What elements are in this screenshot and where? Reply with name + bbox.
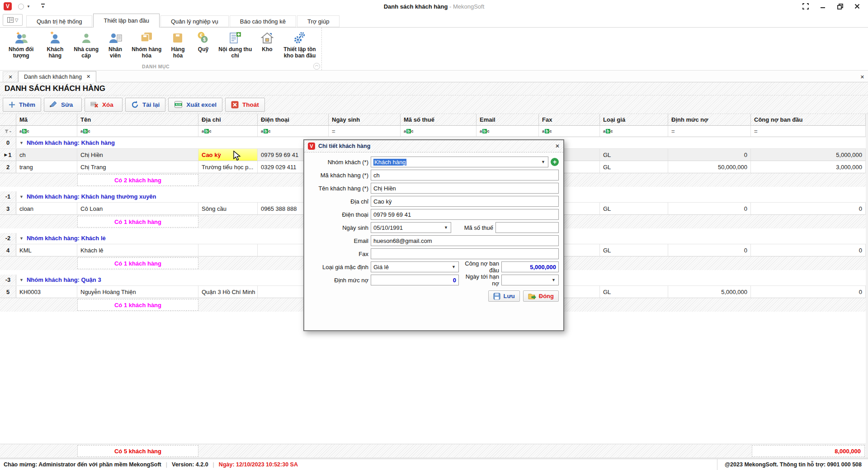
cell-loai-gia[interactable]: GL — [600, 286, 668, 298]
column-header-loai-gia[interactable]: Loại giá — [600, 114, 668, 126]
ribbon-item-kho[interactable]: Kho — [255, 29, 280, 54]
column-header-ten[interactable]: Tên — [77, 114, 198, 126]
column-header-cong-no[interactable]: Công nợ ban đầu — [751, 114, 866, 126]
restore-icon[interactable] — [836, 3, 844, 10]
email-input[interactable] — [371, 235, 559, 246]
cell-cong-no[interactable]: 3,000,000 — [751, 161, 866, 173]
cell-ma[interactable]: KML — [16, 244, 77, 256]
cell-loai-gia[interactable]: GL — [600, 244, 668, 256]
minimize-icon[interactable] — [819, 3, 826, 10]
ribbon-collapse-button[interactable]: ◠ — [313, 63, 320, 70]
filter-cell-cong-no[interactable]: = — [751, 126, 866, 137]
cell-cong-no[interactable]: 5,000,000 — [751, 149, 866, 161]
column-header-ma[interactable]: Mã — [16, 114, 77, 126]
ribbon-tab-quan-ly-nghiep-vu[interactable]: Quản lý nghiệp vụ — [160, 15, 229, 27]
cell-dia-chi[interactable]: Sông cầu — [198, 203, 258, 215]
filter-cell-ma[interactable]: abc — [16, 126, 77, 137]
close-icon[interactable]: ✕ — [860, 74, 864, 80]
ribbon-item-nha-cung-cap[interactable]: Nhà cung cấp — [70, 29, 103, 60]
fullscreen-icon[interactable] — [802, 3, 809, 10]
filter-cell-dien-thoai[interactable]: abc — [258, 126, 329, 137]
close-tab-button[interactable]: ✕ — [3, 71, 18, 82]
dien-thoai-input[interactable] — [371, 209, 559, 220]
cell-ten[interactable]: Cô Loan — [77, 203, 198, 215]
dinh-muc-no-input[interactable] — [371, 275, 459, 285]
ribbon-item-nhom-hang-hoa[interactable]: Nhóm hàng hóa — [128, 29, 165, 60]
column-header-dien-thoai[interactable]: Điện thoại — [258, 114, 329, 126]
cell-dia-chi[interactable]: Quận 3 Hồ Chí Minh — [198, 286, 258, 298]
cell-dia-chi[interactable]: Trường tiểu học p... — [198, 161, 258, 173]
file-menu-button[interactable]: ▽ — [3, 14, 23, 26]
reload-button[interactable]: Tải lại — [125, 98, 165, 112]
cell-dinh-muc-no[interactable]: 0 — [668, 244, 751, 256]
ribbon-tab-thiet-lap-ban-dau[interactable]: Thiết lập ban đầu — [93, 14, 159, 28]
ma-so-thue-input[interactable] — [495, 222, 559, 233]
collapse-triangle-icon[interactable]: ▼ — [19, 195, 24, 199]
cell-dia-chi[interactable] — [198, 244, 258, 256]
cell-ten[interactable]: Nguyễn Hoàng Thiện — [77, 286, 198, 298]
ribbon-item-thiet-lap-ton-kho[interactable]: Thiết lập tồn kho ban đầu — [280, 29, 320, 60]
cong-no-input[interactable] — [501, 261, 559, 272]
cell-dinh-muc-no[interactable]: 0 — [668, 149, 751, 161]
ribbon-item-khach-hang[interactable]: Khách hàng — [40, 29, 70, 60]
nhom-khach-combobox[interactable]: Khách hàng ▼ — [371, 157, 548, 167]
cell-ten[interactable]: Chị Trang — [77, 161, 198, 173]
chevron-down-icon[interactable]: ▼ — [27, 5, 30, 9]
column-header-ma-so-thue[interactable]: Mã số thuế — [401, 114, 476, 126]
filter-cell-dia-chi[interactable]: abc — [198, 126, 258, 137]
exit-button[interactable]: Thoát — [225, 98, 265, 112]
delete-button[interactable]: Xóa — [85, 98, 123, 112]
collapse-triangle-icon[interactable]: ▼ — [19, 236, 24, 241]
close-icon[interactable] — [854, 3, 861, 10]
save-button[interactable]: Lưu — [488, 290, 519, 302]
column-header-ngay-sinh[interactable]: Ngày sinh — [329, 114, 401, 126]
collapse-triangle-icon[interactable]: ▼ — [19, 141, 24, 145]
filter-cell-ma-so-thue[interactable]: abc — [401, 126, 476, 137]
filter-cell-fax[interactable]: abc — [539, 126, 600, 137]
quick-access-toolbar[interactable]: ▼ ▼ — [18, 4, 45, 9]
filter-cell-email[interactable]: abc — [476, 126, 539, 137]
chevron-down-icon[interactable]: ▼ — [540, 160, 547, 164]
collapse-triangle-icon[interactable]: ▼ — [19, 278, 24, 282]
ribbon-item-quy[interactable]: € $ Quỹ — [190, 29, 216, 54]
ribbon-item-nhan-vien[interactable]: Nhân viên — [103, 29, 128, 60]
document-tab-active[interactable]: Danh sách khách hàng ✕ — [18, 71, 96, 82]
loai-gia-combobox[interactable]: Giá lẻ ▼ — [371, 261, 459, 272]
filter-cell-ngay-sinh[interactable]: = — [329, 126, 401, 137]
cell-ten[interactable]: Khách lẻ — [77, 244, 198, 256]
ribbon-tab-tro-giup[interactable]: Trợ giúp — [297, 15, 340, 27]
fax-input[interactable] — [371, 248, 559, 259]
dialog-title-bar[interactable]: V Chi tiết khách hàng ✕ — [304, 140, 563, 152]
ngay-sinh-combobox[interactable]: 05/10/1991 ▼ — [371, 222, 451, 233]
cell-cong-no[interactable]: 0 — [751, 244, 866, 256]
column-header-email[interactable]: Email — [476, 114, 539, 126]
cell-ma[interactable]: ch — [16, 149, 77, 161]
cell-ma[interactable]: trang — [16, 161, 77, 173]
filter-cell-loai-gia[interactable]: abc — [600, 126, 668, 137]
export-excel-button[interactable]: XLSX Xuất excel — [168, 98, 222, 112]
cell-dinh-muc-no[interactable]: 5,000,000 — [668, 286, 751, 298]
cell-dinh-muc-no[interactable]: 0 — [668, 203, 751, 215]
cell-cong-no[interactable]: 0 — [751, 286, 866, 298]
customize-toolbar-icon[interactable]: ▼ — [41, 4, 45, 9]
dia-chi-input[interactable] — [371, 196, 559, 207]
edit-button[interactable]: Sửa — [44, 98, 82, 112]
ngay-toi-han-combobox[interactable]: ▼ — [501, 275, 559, 285]
ribbon-tab-quan-tri-he-thong[interactable]: Quản trị hệ thống — [26, 15, 92, 27]
ten-khach-hang-input[interactable] — [371, 183, 559, 194]
cell-cong-no[interactable]: 0 — [751, 203, 866, 215]
cell-ma[interactable]: KH0003 — [16, 286, 77, 298]
ma-khach-hang-input[interactable] — [371, 170, 559, 180]
ribbon-tab-bao-cao-thong-ke[interactable]: Báo cáo thống kê — [230, 15, 296, 27]
cell-loai-gia[interactable]: GL — [600, 203, 668, 215]
cell-ten[interactable]: Chị Hiền — [77, 149, 198, 161]
chevron-down-icon[interactable]: ▼ — [550, 278, 557, 282]
cell-loai-gia[interactable]: GL — [600, 161, 668, 173]
close-icon[interactable]: ✕ — [555, 143, 560, 149]
add-group-button[interactable]: + — [551, 158, 559, 166]
quick-access-circle-icon[interactable] — [18, 4, 24, 9]
column-header-fax[interactable]: Fax — [539, 114, 600, 126]
ribbon-item-noi-dung-thu-chi[interactable]: Nội dung thu chi — [216, 29, 255, 60]
cell-loai-gia[interactable]: GL — [600, 149, 668, 161]
filter-cell-ten[interactable]: abc — [77, 126, 198, 137]
